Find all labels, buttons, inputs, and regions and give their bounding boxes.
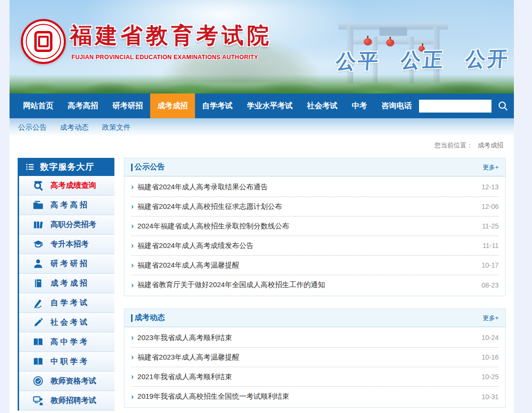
trees-illustration <box>10 74 514 93</box>
sidebar-item-gaokao[interactable]: 高 考 高 招 <box>19 196 114 215</box>
item-date: 10-31 <box>481 393 499 401</box>
breadcrumb: 您当前位置： 成考成招 <box>10 136 514 155</box>
breadcrumb-label: 您当前位置： <box>434 141 473 150</box>
nav-item-xueye[interactable]: 学业水平考试 <box>240 93 300 118</box>
lantern-icon <box>364 38 372 45</box>
list-item[interactable]: › 2023年我省成人高考顺利结束 10-24 <box>131 328 499 348</box>
sub-navigation: 公示公告 成考动态 政策文件 <box>10 118 514 136</box>
pen-icon <box>32 317 44 328</box>
list-menu-icon <box>25 163 35 171</box>
arrow-icon: › <box>131 242 133 249</box>
list-item[interactable]: › 福建省教育厅关于做好2024年全国成人高校招生工作的通知 08-23 <box>131 275 499 295</box>
list-item[interactable]: › 2019年我省成人高校招生全国统一考试顺利结束 10-31 <box>131 387 499 406</box>
announcements-card: 公示公告 更多+ › 福建省2024年成人高考录取结果公布通告 12-13 › … <box>124 158 506 296</box>
list-item[interactable]: › 2024年福建省成人高校招生录取控制分数线公布 11-25 <box>131 217 499 236</box>
arrow-icon: › <box>131 334 133 341</box>
subnav-item-announcements[interactable]: 公示公告 <box>18 123 47 132</box>
item-date: 11-25 <box>482 222 499 230</box>
list-item[interactable]: › 福建省2024年成人高校招生征求志愿计划公布 12-06 <box>131 197 499 217</box>
card-header: 成考动态 更多+ <box>124 309 505 327</box>
more-link[interactable]: 更多+ <box>482 163 499 172</box>
open-book-icon <box>32 337 44 347</box>
arrow-icon: › <box>131 261 133 269</box>
sidebar-item-vocational[interactable]: 高职分类招考 <box>19 215 114 235</box>
item-date: 10-16 <box>481 353 499 361</box>
sidebar-title: 数字服务大厅 <box>40 161 94 173</box>
books-icon <box>32 219 44 230</box>
news-list: › 2023年我省成人高考顺利结束 10-24 › 福建省2023年成人高考温馨… <box>124 327 505 407</box>
item-date: 10-24 <box>481 334 499 341</box>
sidebar-item-teacher-cert[interactable]: 教师资格考试 <box>19 372 114 391</box>
score-search-icon <box>32 180 44 191</box>
nav-item-zhongkao[interactable]: 中考 <box>345 93 374 118</box>
arrow-icon: › <box>131 373 133 381</box>
sidebar-item-postgrad[interactable]: 研 考 研 招 <box>19 254 114 274</box>
nav-item-yankao[interactable]: 研考研招 <box>105 93 150 118</box>
nav-item-zixue[interactable]: 自学考试 <box>195 93 240 118</box>
main-column: 公示公告 更多+ › 福建省2024年成人高考录取结果公布通告 12-13 › … <box>124 158 506 408</box>
site-title: 福建省教育考试院 <box>70 21 272 51</box>
card-header: 公示公告 更多+ <box>124 158 505 176</box>
sidebar-item-social-exam[interactable]: 社 会 考 试 <box>19 313 114 332</box>
site-logo[interactable] <box>21 19 66 64</box>
sidebar-item-vocschool[interactable]: 中 职 学 考 <box>19 352 114 372</box>
nav-item-chengkao[interactable]: 成考成招 <box>150 93 195 118</box>
news-card: 成考动态 更多+ › 2023年我省成人高考顺利结束 10-24 › 福建省20… <box>124 309 506 408</box>
nav-item-phone[interactable]: 咨询电话 <box>374 93 419 118</box>
breadcrumb-current[interactable]: 成考成招 <box>478 141 503 150</box>
sidebar-item-score-query[interactable]: 高考成绩查询 <box>19 176 114 196</box>
list-item[interactable]: › 2021年我省成人高考顺利结束 10-25 <box>131 367 499 387</box>
arrow-icon: › <box>131 353 133 361</box>
arrow-icon: › <box>131 203 133 210</box>
nav-item-gaokao[interactable]: 高考高招 <box>61 93 105 118</box>
announcement-list: › 福建省2024年成人高考录取结果公布通告 12-13 › 福建省2024年成… <box>124 176 505 296</box>
seal-icon <box>34 31 52 52</box>
graduation-cap-icon <box>32 239 44 249</box>
open-book-icon <box>32 356 44 367</box>
item-date: 10-25 <box>481 373 499 381</box>
arrow-icon: › <box>131 281 133 289</box>
arrow-icon: › <box>131 222 133 230</box>
main-navigation: 网站首页 高考高招 研考研招 成考成招 自学考试 学业水平考试 社会考试 中考 … <box>10 93 514 118</box>
scholar-icon <box>32 258 44 269</box>
folder-icon <box>32 200 44 210</box>
search-area <box>419 93 512 118</box>
teacher-board-icon <box>32 395 44 406</box>
pen-swirl-icon <box>32 298 44 308</box>
list-item[interactable]: › 福建省2024年成人高考录取结果公布通告 12-13 <box>131 177 499 197</box>
nav-item-home[interactable]: 网站首页 <box>16 93 61 118</box>
subnav-item-news[interactable]: 成考动态 <box>60 123 89 132</box>
arrow-icon: › <box>131 393 133 401</box>
nav-item-shehui[interactable]: 社会考试 <box>300 93 345 118</box>
banner-slogan: 公平 公正 公开 <box>335 45 510 75</box>
subnav-item-policy[interactable]: 政策文件 <box>102 123 131 132</box>
book-icon <box>32 278 44 289</box>
lantern-icon <box>386 39 394 46</box>
page-container: 福建省教育考试院 FUJIAN PROVINCIAL EDUCATION EXA… <box>10 0 514 413</box>
arrow-icon: › <box>131 183 133 191</box>
service-sidebar: 数字服务大厅 高考成绩查询 高 考 高 招 高职分类招考 专升本招考 <box>18 158 114 411</box>
section-title: 成考动态 <box>131 313 165 323</box>
badge-icon <box>32 376 44 386</box>
sidebar-item-teacher-recruit[interactable]: 教师招聘考试 <box>19 391 114 411</box>
item-date: 10-17 <box>481 261 499 269</box>
sidebar-item-highschool[interactable]: 高 中 学 考 <box>19 332 114 352</box>
sidebar-item-upgrade[interactable]: 专升本招考 <box>19 235 114 254</box>
list-item[interactable]: › 福建省2023年成人高考温馨提醒 10-16 <box>131 348 499 367</box>
site-subtitle: FUJIAN PROVINCIAL EDUCATION EXAMINATIONS… <box>72 54 258 61</box>
sidebar-menu: 高考成绩查询 高 考 高 招 高职分类招考 专升本招考 研 考 研 招 <box>18 176 114 411</box>
list-item[interactable]: › 福建省2024年成人高考温馨提醒 10-17 <box>131 256 499 275</box>
sidebar-header: 数字服务大厅 <box>18 158 114 176</box>
item-date: 11-11 <box>482 242 499 249</box>
sidebar-item-self-study[interactable]: 自 学 考 试 <box>19 293 114 313</box>
list-item[interactable]: › 福建省2024年成人高考成绩发布公告 11-11 <box>131 236 499 256</box>
more-link[interactable]: 更多+ <box>482 314 499 322</box>
item-date: 08-23 <box>481 281 499 289</box>
item-date: 12-06 <box>481 203 499 210</box>
content-area: 数字服务大厅 高考成绩查询 高 考 高 招 高职分类招考 专升本招考 <box>10 155 514 411</box>
section-title: 公示公告 <box>131 162 165 172</box>
item-date: 12-13 <box>481 183 499 191</box>
search-icon[interactable] <box>497 100 509 112</box>
search-input[interactable] <box>419 100 491 113</box>
sidebar-item-adult-exam[interactable]: 成 考 成 招 <box>19 274 114 293</box>
